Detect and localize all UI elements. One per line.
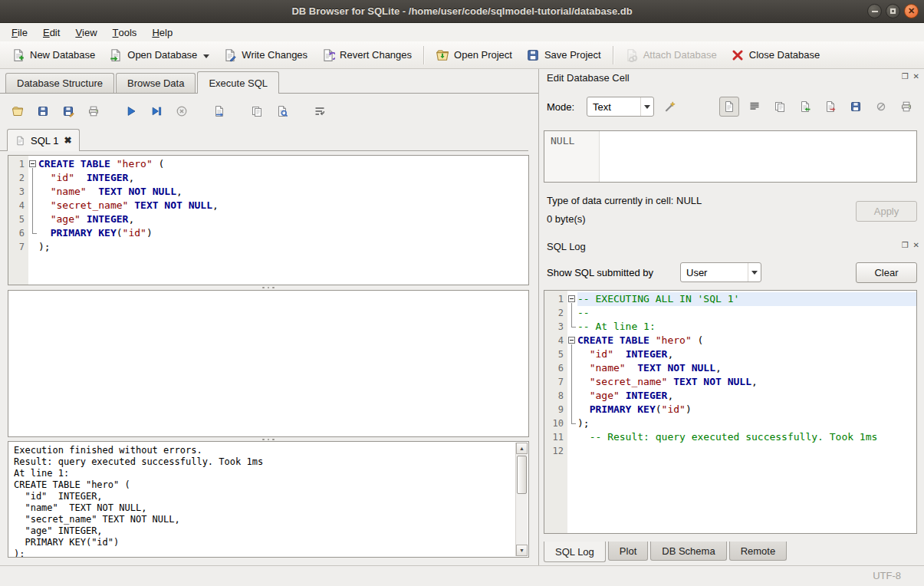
dock-tab-db-schema[interactable]: DB Schema	[650, 542, 726, 561]
title-bar[interactable]: DB Browser for SQLite - /home/user/code/…	[0, 0, 924, 23]
maximize-button[interactable]	[886, 4, 900, 18]
print-button[interactable]	[84, 101, 104, 121]
fold-margin	[567, 320, 577, 334]
print-button[interactable]	[896, 97, 916, 117]
scroll-up-icon[interactable]: ▲	[516, 443, 528, 454]
tab-browse-data[interactable]: Browse Data	[116, 73, 196, 93]
execution-status-pane[interactable]: Execution finished without errors. Resul…	[8, 441, 529, 558]
menu-help[interactable]: Help	[144, 23, 180, 41]
export-csv-button[interactable]	[209, 101, 229, 121]
encoding-indicator[interactable]: UTF-8	[873, 566, 901, 586]
word-wrap-icon	[314, 105, 326, 117]
save-sql-button[interactable]	[33, 101, 53, 121]
fold-collapse-icon[interactable]	[568, 295, 575, 302]
cell-type-info: Type of data currently in cell: NULL	[547, 195, 702, 206]
sql-log-view[interactable]: 1-- EXECUTING ALL IN 'SQL 1'2--3-- At li…	[544, 290, 917, 534]
code-line: 4 "secret_name" TEXT NOT NULL,	[8, 199, 528, 212]
fold-collapse-icon[interactable]	[568, 337, 575, 344]
fold-margin	[28, 199, 38, 212]
tab-close-icon[interactable]: ✖	[64, 136, 71, 145]
main-toolbar: New DatabaseOpen DatabaseWrite ChangesRe…	[0, 41, 924, 69]
dock-tab-remote[interactable]: Remote	[729, 542, 788, 561]
attach-database-icon	[625, 48, 639, 62]
text-view-button[interactable]	[719, 97, 739, 117]
auto-format-button[interactable]	[660, 97, 680, 117]
open-sql-button[interactable]	[8, 101, 28, 121]
save-sql-as-button[interactable]	[58, 101, 78, 121]
fold-margin	[567, 361, 577, 375]
close-database-button[interactable]: Close Database	[724, 44, 827, 66]
write-changes-button[interactable]: Write Changes	[216, 44, 314, 66]
fold-margin	[567, 306, 577, 320]
fold-margin[interactable]	[28, 157, 38, 171]
sql-log-filter-label: Show SQL submitted by	[547, 262, 653, 283]
open-project-button[interactable]: Open Project	[429, 44, 519, 66]
tab-sql-1[interactable]: SQL 1 ✖	[7, 129, 80, 151]
main-area: Database StructureBrowse DataExecute SQL…	[0, 69, 924, 565]
dock-float-icon[interactable]: ❐	[902, 73, 909, 81]
status-bar: UTF-8	[0, 565, 924, 586]
vertical-scrollbar[interactable]: ▲ ▼	[515, 443, 528, 556]
execute-line-button[interactable]	[146, 101, 166, 121]
line-number: 6	[8, 226, 28, 240]
code-text: CREATE TABLE "hero" (	[38, 157, 528, 171]
fold-margin	[28, 171, 38, 185]
edit-cell-dock-controls: ❐ ✕	[902, 73, 919, 81]
copy-button[interactable]	[247, 101, 267, 121]
fold-margin[interactable]	[567, 292, 577, 306]
code-line: 4CREATE TABLE "hero" (	[544, 334, 916, 347]
menu-tools[interactable]: Tools	[105, 23, 145, 41]
sql-editor[interactable]: 1CREATE TABLE "hero" (2 "id" INTEGER,3 "…	[8, 155, 529, 285]
export-cell-button[interactable]	[820, 97, 840, 117]
toolbar-separator	[423, 46, 424, 64]
execute-all-button[interactable]	[121, 101, 141, 121]
dock-tab-plot[interactable]: Plot	[608, 542, 648, 561]
new-database-button[interactable]: New Database	[5, 44, 102, 66]
dropdown-caret-icon[interactable]	[203, 54, 209, 58]
code-text: "id" INTEGER,	[577, 347, 916, 361]
splitter-handle[interactable]	[253, 286, 284, 289]
scrollbar-thumb[interactable]	[517, 456, 527, 494]
set-null-icon	[875, 100, 887, 113]
save-project-button[interactable]: Save Project	[519, 44, 608, 66]
results-grid[interactable]	[8, 290, 529, 437]
menu-edit[interactable]: Edit	[35, 23, 67, 41]
save-sql-button[interactable]	[846, 97, 866, 117]
clear-button[interactable]: Clear	[856, 262, 917, 283]
line-number: 7	[544, 375, 567, 389]
revert-changes-button[interactable]: Revert Changes	[314, 44, 419, 66]
menu-file[interactable]: File	[4, 23, 35, 41]
dock-close-icon[interactable]: ✕	[913, 242, 919, 249]
tab-execute-sql[interactable]: Execute SQL	[197, 71, 279, 94]
fold-margin[interactable]	[567, 334, 577, 347]
import-button[interactable]	[795, 97, 815, 117]
cell-editor[interactable]: NULL	[544, 130, 917, 183]
set-null-button[interactable]	[871, 97, 891, 117]
close-button[interactable]: ✕	[904, 4, 919, 18]
word-wrap-button[interactable]	[310, 101, 330, 121]
code-text: "age" INTEGER,	[38, 212, 528, 226]
stop-button[interactable]	[172, 101, 192, 121]
find-button[interactable]	[272, 101, 292, 121]
tab-database-structure[interactable]: Database Structure	[5, 73, 114, 93]
dock-tab-sql-log[interactable]: SQL Log	[544, 542, 606, 562]
mode-select[interactable]: Text	[587, 97, 654, 117]
submitted-by-select[interactable]: User	[680, 262, 761, 282]
dock-float-icon[interactable]: ❐	[902, 242, 909, 249]
menu-view[interactable]: View	[67, 23, 104, 41]
scroll-down-icon[interactable]: ▼	[516, 545, 528, 556]
dock-close-icon[interactable]: ✕	[913, 73, 919, 81]
open-database-label: Open Database	[127, 49, 197, 61]
fold-collapse-icon[interactable]	[29, 160, 36, 167]
copy-button[interactable]	[770, 97, 790, 117]
justify-button[interactable]	[745, 97, 765, 117]
open-database-button[interactable]: Open Database	[102, 44, 216, 66]
line-number: 1	[8, 157, 28, 171]
close-icon: ✕	[908, 7, 915, 15]
minimize-button[interactable]	[867, 4, 882, 18]
fold-margin	[567, 375, 577, 389]
new-database-icon	[12, 48, 25, 62]
close-database-label: Close Database	[749, 49, 820, 61]
justify-icon	[748, 100, 761, 113]
fold-margin	[567, 416, 577, 430]
